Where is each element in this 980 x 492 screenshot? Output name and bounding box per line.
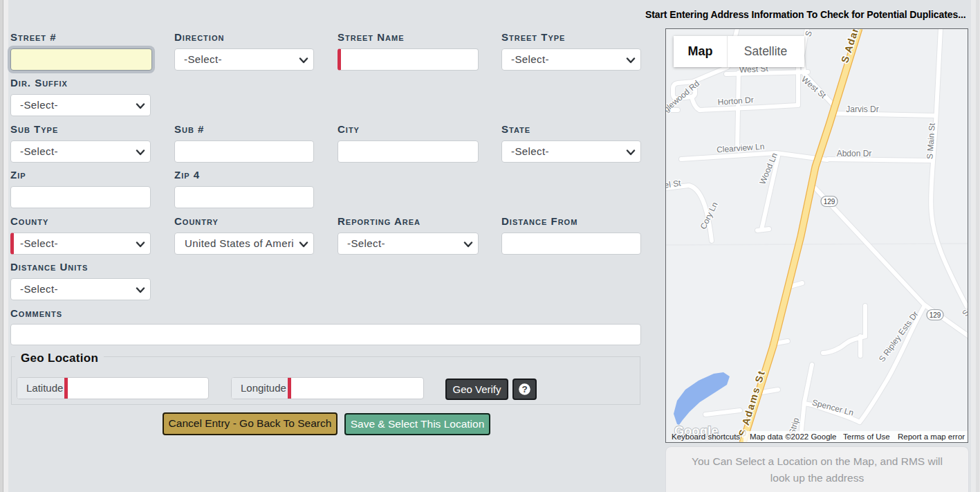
svg-text:Terms of Use: Terms of Use: [843, 432, 890, 441]
svg-text:S: S: [960, 308, 968, 318]
svg-text:West St: West St: [799, 74, 829, 100]
svg-text:Spencer Ln: Spencer Ln: [811, 397, 855, 417]
svg-text:Jarvis Dr: Jarvis Dr: [846, 104, 878, 114]
svg-text:Keyboard shortcuts: Keyboard shortcuts: [672, 432, 740, 441]
svg-text:Report a map error: Report a map error: [898, 432, 965, 441]
svg-text:Abdon Dr: Abdon Dr: [837, 149, 872, 158]
svg-text:129: 129: [930, 311, 941, 319]
svg-text:?: ?: [521, 384, 527, 394]
svg-text:S Adams St: S Adams St: [737, 369, 768, 438]
svg-text:S Adam: S Adam: [839, 29, 862, 64]
svg-text:Cory Ln: Cory Ln: [699, 201, 720, 231]
svg-text:Map data ©2022 Google: Map data ©2022 Google: [750, 432, 836, 441]
svg-text:129: 129: [824, 198, 835, 206]
